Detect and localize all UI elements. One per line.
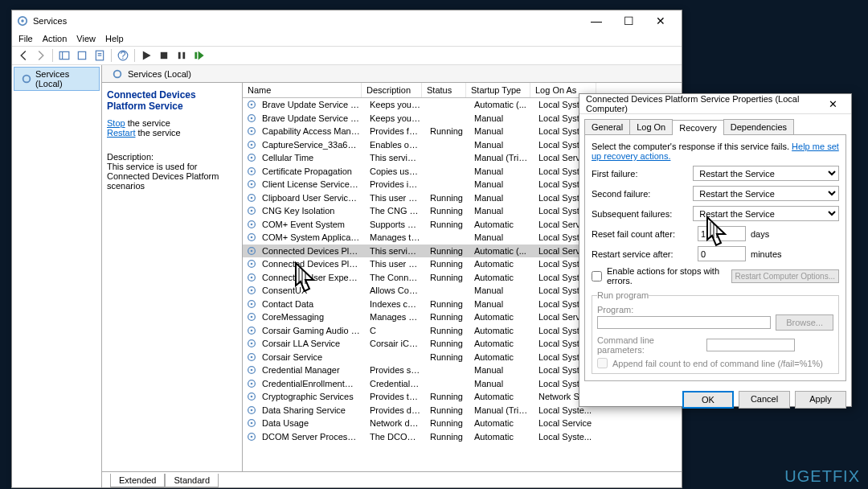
enable-actions-label: Enable actions for stops with errors. xyxy=(607,266,727,286)
view-tabs: Extended Standard xyxy=(102,471,682,487)
description-text: This service is used for Connected Devic… xyxy=(107,162,237,191)
description-label: Description: xyxy=(107,152,237,162)
menu-file[interactable]: File xyxy=(18,34,33,43)
append-fail-checkbox xyxy=(597,358,608,368)
svg-point-61 xyxy=(251,396,253,398)
col-status[interactable]: Status xyxy=(422,83,466,97)
col-description[interactable]: Description xyxy=(362,83,422,97)
start-button[interactable] xyxy=(138,47,154,64)
properties-dialog: Connected Devices Platform Service Prope… xyxy=(579,93,852,407)
window-title: Services xyxy=(33,16,67,26)
menubar: File Action View Help xyxy=(12,31,682,46)
restart-computer-options-button[interactable]: Restart Computer Options... xyxy=(731,269,840,283)
svg-point-49 xyxy=(251,316,253,318)
restart-after-label: Restart service after: xyxy=(592,249,693,259)
hint-text: Select the computer's response if this s… xyxy=(592,142,789,151)
pane-header: Services (Local) xyxy=(102,65,682,83)
svg-rect-2 xyxy=(59,51,69,59)
svg-point-67 xyxy=(251,435,253,438)
svg-point-14 xyxy=(23,76,31,83)
tab-extended[interactable]: Extended xyxy=(110,474,165,487)
stop-button[interactable] xyxy=(156,47,172,64)
cmdline-input xyxy=(706,339,795,351)
svg-point-19 xyxy=(251,117,253,119)
menu-action[interactable]: Action xyxy=(43,34,68,43)
dialog-titlebar[interactable]: Connected Devices Platform Service Prope… xyxy=(579,94,851,114)
svg-point-45 xyxy=(251,290,253,292)
svg-rect-13 xyxy=(194,52,197,59)
svg-point-47 xyxy=(251,302,253,305)
tab-dependencies[interactable]: Dependencies xyxy=(723,119,794,134)
svg-point-21 xyxy=(251,130,253,133)
svg-point-27 xyxy=(251,170,253,172)
ok-button[interactable]: OK xyxy=(682,391,734,409)
reset-count-input[interactable] xyxy=(698,226,746,241)
dialog-close-button[interactable]: ✕ xyxy=(821,98,845,110)
svg-point-25 xyxy=(251,157,253,159)
dialog-tabs: General Log On Recovery Dependencies xyxy=(579,114,851,134)
svg-point-59 xyxy=(251,382,253,384)
properties-button[interactable] xyxy=(92,47,108,64)
first-failure-label: First failure: xyxy=(592,169,688,179)
program-input xyxy=(597,316,771,329)
minimize-button[interactable]: — xyxy=(580,12,612,30)
svg-point-43 xyxy=(251,276,253,278)
services-icon xyxy=(17,15,28,27)
enable-actions-checkbox[interactable] xyxy=(592,271,602,281)
svg-rect-4 xyxy=(78,51,85,59)
svg-text:?: ? xyxy=(120,50,125,61)
pause-button[interactable] xyxy=(174,47,190,64)
menu-help[interactable]: Help xyxy=(105,34,124,43)
apply-button[interactable]: Apply xyxy=(795,391,846,409)
titlebar[interactable]: Services — ☐ ✕ xyxy=(12,10,682,31)
tab-standard[interactable]: Standard xyxy=(165,474,219,487)
cancel-button[interactable]: Cancel xyxy=(739,391,790,409)
svg-point-41 xyxy=(251,263,253,265)
svg-point-23 xyxy=(251,143,253,146)
tab-logon[interactable]: Log On xyxy=(629,119,673,134)
svg-point-65 xyxy=(251,422,253,425)
svg-point-63 xyxy=(251,409,253,411)
restart-link[interactable]: Restart xyxy=(107,128,135,138)
svg-point-55 xyxy=(251,355,253,358)
tree-pane: Services (Local) xyxy=(12,65,102,487)
reset-count-label: Reset fail count after: xyxy=(592,229,693,239)
dialog-buttons: OK Cancel Apply xyxy=(579,386,851,413)
svg-point-33 xyxy=(251,210,253,212)
subseq-failure-select[interactable]: Restart the Service xyxy=(693,206,839,221)
stop-link[interactable]: Stop xyxy=(107,118,125,128)
watermark-logo: UGETFIX xyxy=(784,467,860,486)
svg-rect-11 xyxy=(178,52,181,59)
maximize-button[interactable]: ☐ xyxy=(612,12,645,30)
second-failure-select[interactable]: Restart the Service xyxy=(693,186,839,201)
table-row[interactable]: DCOM Server Process Laun...The DCOML...R… xyxy=(243,430,682,444)
svg-point-15 xyxy=(114,70,121,77)
run-program-group: Run program Program: Browse... Command l… xyxy=(592,290,839,374)
tree-item-services-local[interactable]: Services (Local) xyxy=(14,67,100,91)
dialog-title: Connected Devices Platform Service Prope… xyxy=(586,94,821,113)
svg-rect-10 xyxy=(161,52,167,59)
col-name[interactable]: Name xyxy=(243,83,362,97)
tab-recovery[interactable]: Recovery xyxy=(672,120,723,135)
menu-view[interactable]: View xyxy=(76,34,96,43)
back-button[interactable] xyxy=(15,47,31,64)
restart-button[interactable] xyxy=(191,47,207,64)
svg-point-37 xyxy=(251,236,253,239)
restart-after-input[interactable] xyxy=(698,246,746,261)
export-button[interactable] xyxy=(74,47,90,64)
table-row[interactable]: Data UsageNetwork da...RunningAutomaticL… xyxy=(243,417,682,430)
svg-point-17 xyxy=(251,104,253,106)
svg-point-53 xyxy=(251,343,253,345)
svg-point-31 xyxy=(251,196,253,199)
close-button[interactable]: ✕ xyxy=(645,12,677,30)
svg-point-57 xyxy=(251,369,253,372)
first-failure-select[interactable]: Restart the Service xyxy=(693,166,839,181)
forward-button[interactable] xyxy=(33,47,49,64)
tab-general[interactable]: General xyxy=(584,119,630,134)
gear-icon xyxy=(21,73,32,84)
svg-point-51 xyxy=(251,329,253,331)
col-startup[interactable]: Startup Type xyxy=(466,83,530,97)
help-button[interactable]: ? xyxy=(115,47,131,64)
svg-point-39 xyxy=(251,249,253,252)
show-hide-pane-button[interactable] xyxy=(56,47,72,64)
